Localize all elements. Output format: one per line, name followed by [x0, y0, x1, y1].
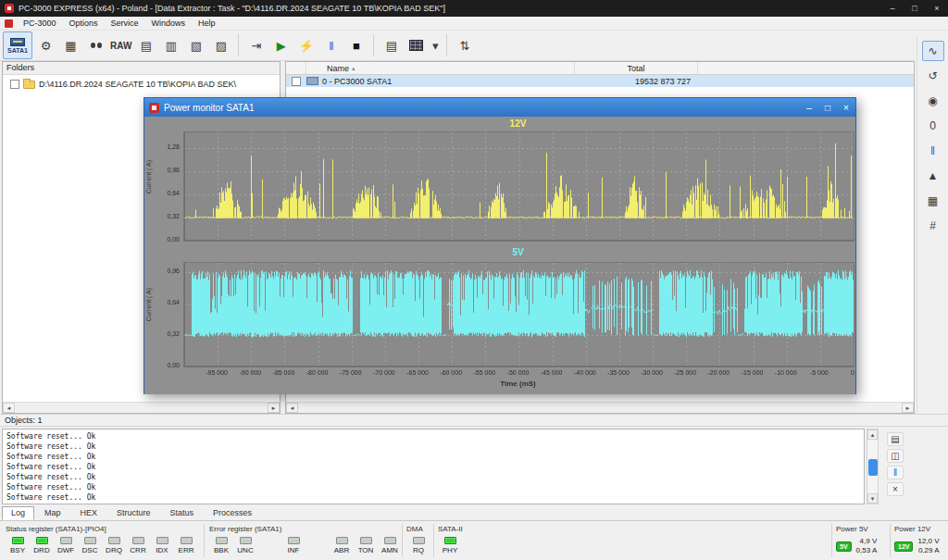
led-phy — [444, 537, 456, 544]
start-button[interactable]: ▶ — [269, 33, 293, 57]
tab-map[interactable]: Map — [35, 506, 70, 520]
header-total-column[interactable]: Total — [575, 62, 698, 74]
power-12v-tag: 12V — [894, 541, 913, 552]
chip-mode-button[interactable]: ▦ — [922, 191, 944, 211]
utility-tools-button[interactable]: ⚙ — [34, 33, 57, 57]
log-pause-button[interactable]: ‖ — [887, 466, 904, 479]
indicator-dwf: DWF — [54, 537, 78, 554]
pm-close-button[interactable]: × — [837, 98, 855, 117]
led-label: DSC — [82, 546, 98, 554]
menu-item-help[interactable]: Help — [192, 18, 222, 29]
menu-item-options[interactable]: Options — [63, 18, 105, 29]
header-name-column[interactable]: Name ▴ — [306, 62, 575, 74]
chip-config-icon: ▨ — [216, 39, 227, 53]
object-row-pc3000-sata1[interactable]: 0 - PC3000 SATA1 19532 873 727 — [286, 75, 914, 87]
led-label: DRQ — [106, 546, 122, 554]
menu-item-windows[interactable]: Windows — [145, 18, 193, 29]
led-bsy — [12, 537, 24, 544]
log-save-button[interactable]: ◫ — [887, 449, 904, 463]
pm-maximize-button[interactable]: □ — [818, 98, 837, 117]
status-bar: Status register (SATA1)-[PIO4] BSYDRDDWF… — [0, 520, 948, 560]
scroll-right-icon[interactable]: ► — [902, 403, 914, 413]
pause-button[interactable]: ‖ — [319, 33, 343, 57]
pm-minimize-button[interactable]: – — [800, 98, 818, 117]
power-monitor-app-icon — [149, 103, 159, 113]
scroll-down-icon[interactable]: ▼ — [867, 493, 878, 504]
raw-view-button[interactable]: RAW — [109, 33, 132, 57]
chip-config-button[interactable]: ▨ — [209, 33, 232, 57]
tab-processes[interactable]: Processes — [204, 506, 261, 520]
disk-image-icon: ▤ — [141, 39, 152, 53]
drive-copy-icon: ▥ — [166, 39, 177, 53]
pause-stream-button[interactable]: ‖ — [922, 141, 944, 161]
objects-list-header: Name ▴ Total — [286, 62, 914, 75]
power-monitor-button[interactable]: ∿ — [922, 41, 944, 61]
log-report-button[interactable]: ▤ — [887, 432, 904, 446]
tab-structure[interactable]: Structure — [107, 506, 160, 520]
led-err — [181, 537, 193, 544]
scroll-right-icon[interactable]: ► — [268, 403, 280, 413]
log-clear-button[interactable]: × — [887, 482, 904, 496]
pause-icon: ‖ — [893, 467, 897, 478]
soft-reset-button[interactable]: ↺ — [922, 66, 944, 86]
folder-checkbox[interactable] — [10, 80, 19, 89]
tab-log[interactable]: Log — [2, 506, 34, 520]
folders-hscrollbar[interactable]: ◄ ► — [3, 402, 280, 413]
scroll-up-icon[interactable]: ▲ — [867, 429, 878, 440]
y-axis-label-12v: Current ( A) — [145, 160, 152, 193]
maximize-button[interactable]: □ — [904, 0, 926, 17]
power-monitor-titlebar[interactable]: Power monitor SATA1 – □ × — [144, 98, 855, 117]
chip-resources-button[interactable]: ▧ — [184, 33, 207, 57]
fast-mode-button[interactable]: ⚡ — [294, 33, 318, 57]
objects-hscrollbar[interactable]: ◄ ► — [286, 402, 914, 413]
indicator-dsc: DSC — [78, 537, 102, 554]
scroll-left-icon[interactable]: ◄ — [286, 403, 298, 413]
pause-icon: ‖ — [329, 39, 333, 53]
object-total: 19532 873 727 — [575, 77, 698, 86]
log-line: Software reset... Ok — [6, 482, 860, 492]
disk-image-button[interactable]: ▤ — [134, 33, 157, 57]
menu-item-service[interactable]: Service — [105, 18, 145, 29]
drive-power-button[interactable]: ◉ — [922, 91, 944, 111]
chip-icon: ▦ — [65, 39, 76, 53]
recalibrate-button[interactable]: 0 — [922, 116, 944, 136]
log-scroll-thumb[interactable] — [868, 459, 878, 476]
sata-label: SATA-II — [438, 525, 463, 533]
status-register-cells: BSYDRDDWFDSCDRQCRRIDXERR — [6, 537, 198, 554]
search-button[interactable] — [84, 33, 107, 57]
sata1-port-button[interactable]: SATA1 — [3, 31, 32, 59]
led-label: BBK — [214, 546, 229, 554]
tab-status[interactable]: Status — [161, 506, 204, 520]
sort-button[interactable]: ⇅ — [453, 33, 476, 57]
exit-task-button[interactable]: ⇥ — [244, 33, 268, 57]
led-label: UNC — [237, 546, 253, 554]
drive-copy-button[interactable]: ▥ — [159, 33, 182, 57]
close-button[interactable]: × — [926, 0, 948, 17]
led-label: BSY — [10, 546, 25, 554]
hex-editor-button[interactable] — [405, 33, 428, 57]
toolbar-separator — [373, 34, 374, 56]
stop-button[interactable]: ■ — [344, 33, 368, 57]
report-button[interactable]: ▤ — [380, 33, 403, 57]
led-label: IDX — [156, 546, 168, 554]
eject-button[interactable]: ▲ — [922, 166, 944, 186]
log-output[interactable]: Software reset... OkSoftware reset... Ok… — [2, 429, 865, 504]
menu-item-pc-3000[interactable]: PC-3000 — [17, 18, 63, 29]
hex-editor-dropdown[interactable]: ▾ — [430, 33, 441, 57]
chip-icon: ▦ — [928, 194, 938, 207]
com-port-button[interactable]: # — [922, 216, 944, 236]
power-12v-label: Power 12V — [894, 525, 940, 533]
sata1-drive-icon — [10, 38, 25, 46]
log-vscrollbar[interactable]: ▲ ▼ — [867, 429, 879, 504]
led-label: ERR — [179, 546, 194, 554]
scroll-left-icon[interactable]: ◄ — [3, 403, 15, 413]
minimize-button[interactable]: – — [881, 0, 904, 17]
row-checkbox[interactable] — [292, 77, 301, 86]
led-dwf — [60, 537, 72, 544]
tab-hex[interactable]: HEX — [71, 506, 107, 520]
power-12v-voltage: 12,0 V — [917, 537, 939, 546]
folder-tree-item[interactable]: D:\4116.DR.2024 SEAGATE 10 TB\KOPIA BAD … — [3, 75, 280, 89]
chip-test-button[interactable]: ▦ — [59, 33, 82, 57]
indicator-amn: AMN — [378, 537, 402, 554]
ytick-label-12v: 1,28 — [154, 143, 180, 150]
